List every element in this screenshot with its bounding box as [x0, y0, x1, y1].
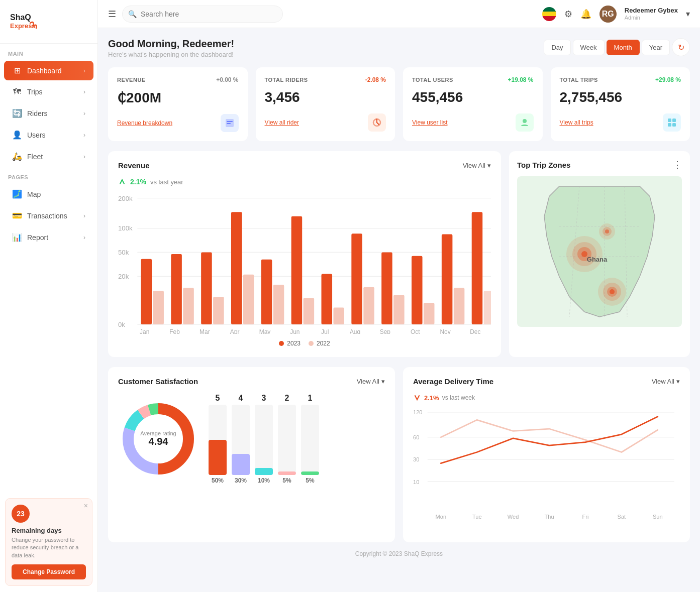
- top-trip-zones-card: Top Trip Zones ⋮: [509, 151, 690, 357]
- view-all-trips-link[interactable]: View all trips: [560, 119, 593, 126]
- delivery-vs-label: vs last week: [442, 394, 475, 401]
- revenue-view-all-button[interactable]: View All ▾: [463, 162, 491, 169]
- user-dropdown-icon[interactable]: ▾: [686, 9, 690, 19]
- user-name: Redeemer Gybex: [625, 7, 678, 15]
- chart-legend: 2023 2022: [118, 340, 491, 347]
- stat-label: REVENUE: [117, 77, 146, 83]
- sidebar-item-transactions[interactable]: 💳 Transactions ›: [4, 206, 93, 225]
- svg-text:Thu: Thu: [545, 514, 554, 520]
- hamburger-icon[interactable]: ☰: [108, 9, 116, 20]
- svg-rect-25: [201, 252, 212, 324]
- rating-bar-fill: [209, 440, 227, 475]
- avatar: RG: [599, 6, 617, 23]
- sidebar: ShaQ Express Main ⊞ Dashboard › 🗺 Trips …: [0, 0, 98, 592]
- date-filter-group: Day Week Month Year ↻: [544, 38, 690, 56]
- stat-label: TOTAL TRIPS: [560, 77, 598, 83]
- svg-rect-32: [304, 298, 315, 324]
- view-all-riders-link[interactable]: View all rider: [265, 119, 299, 126]
- svg-rect-31: [291, 216, 303, 324]
- stat-card-riders: TOTAL RIDERS -2.08 % 3,456 View all ride…: [256, 67, 395, 141]
- rating-col-4: 4 30%: [232, 394, 250, 484]
- search-input[interactable]: [122, 6, 283, 23]
- stat-change: +19.08 %: [508, 76, 533, 83]
- bell-icon[interactable]: 🔔: [580, 9, 591, 20]
- delivery-view-all-button[interactable]: View All ▾: [652, 378, 680, 385]
- change-password-button[interactable]: Change Password: [12, 564, 86, 579]
- delivery-line-chart: 120 60 30 10 Mon Tue Wed: [413, 408, 680, 530]
- riders-icon: 🔄: [12, 108, 22, 118]
- svg-text:Wed: Wed: [508, 514, 519, 520]
- svg-text:Dec: Dec: [470, 328, 480, 334]
- sidebar-item-riders[interactable]: 🔄 Riders ›: [4, 103, 93, 123]
- date-filter-day[interactable]: Day: [544, 40, 570, 55]
- svg-rect-35: [351, 233, 362, 324]
- stat-change: +29.08 %: [655, 76, 681, 83]
- date-filter-month[interactable]: Month: [607, 40, 640, 55]
- stat-value: 3,456: [265, 89, 386, 105]
- svg-text:Feb: Feb: [169, 328, 180, 334]
- svg-text:Fri: Fri: [582, 514, 588, 520]
- date-filter-week[interactable]: Week: [573, 40, 605, 55]
- svg-text:Express: Express: [10, 22, 36, 30]
- alert-close-icon[interactable]: ×: [84, 502, 88, 510]
- ghana-map-svg: Ghana: [517, 176, 682, 327]
- map-more-icon[interactable]: ⋮: [673, 159, 682, 170]
- svg-text:Jul: Jul: [321, 328, 329, 334]
- svg-rect-34: [333, 308, 344, 325]
- map-icon: 🗾: [12, 189, 22, 199]
- svg-text:Mon: Mon: [436, 514, 447, 520]
- dashboard-icon: ⊞: [12, 66, 22, 75]
- user-role: Admin: [625, 15, 678, 21]
- stat-card-trips: TOTAL TRIPS +29.08 % 2,755,456 View all …: [551, 67, 690, 141]
- revenue-chart-area: 2.1% vs last year 200k 100k 50k 20k 0k: [118, 178, 491, 347]
- svg-text:Ghana: Ghana: [587, 256, 608, 263]
- svg-rect-27: [231, 212, 242, 324]
- rating-bar-fill: [278, 471, 296, 475]
- svg-rect-24: [183, 288, 194, 324]
- date-filter-year[interactable]: Year: [642, 40, 670, 55]
- svg-text:Jan: Jan: [140, 328, 149, 334]
- sidebar-item-report[interactable]: 📊 Report ›: [4, 227, 93, 247]
- svg-rect-40: [424, 303, 435, 324]
- sidebar-item-label: Fleet: [27, 153, 43, 161]
- view-user-list-link[interactable]: View user list: [412, 119, 447, 126]
- svg-rect-44: [484, 291, 491, 324]
- sidebar-item-fleet[interactable]: 🛵 Fleet ›: [4, 147, 93, 166]
- alert-title: Remaining days: [12, 527, 86, 534]
- svg-text:Aug: Aug: [350, 328, 360, 334]
- section-pages-label: Pages: [0, 167, 97, 183]
- svg-point-6: [523, 119, 527, 123]
- svg-rect-22: [153, 291, 164, 324]
- revenue-breakdown-link[interactable]: Revenue breakdown: [117, 120, 172, 127]
- chevron-right-icon: ›: [83, 234, 85, 241]
- chevron-right-icon: ›: [83, 153, 85, 160]
- svg-text:Mar: Mar: [199, 328, 210, 334]
- svg-text:30: 30: [413, 457, 419, 463]
- sidebar-item-trips[interactable]: 🗺 Trips ›: [4, 82, 93, 101]
- trips-icon: [667, 117, 677, 128]
- legend-dot-2022: [309, 341, 314, 346]
- svg-rect-38: [393, 295, 405, 324]
- users-icon: [520, 117, 530, 128]
- sidebar-item-users[interactable]: 👤 Users ›: [4, 125, 93, 145]
- bar-chart-stats: 2.1% vs last year: [118, 178, 491, 186]
- legend-2023: 2023: [279, 340, 301, 347]
- satisfaction-card: Customer Satisfaction View All ▾: [108, 367, 395, 542]
- logo: ShaQ Express: [8, 9, 89, 34]
- svg-text:10: 10: [413, 479, 419, 485]
- trips-icon: 🗺: [12, 87, 22, 96]
- svg-text:60: 60: [413, 434, 419, 440]
- sidebar-item-map[interactable]: 🗾 Map: [4, 184, 93, 204]
- delivery-time-card: Average Delivery Time View All ▾ 2.1% vs…: [403, 367, 690, 542]
- copyright: Copyright © 2023 ShaQ Express: [108, 542, 690, 565]
- flag-icon: [542, 7, 556, 21]
- stat-label: TOTAL USERS: [412, 77, 453, 83]
- main-area: ☰ 🔍 ⚙ 🔔 RG Redeemer Gybex Admin ▾ Good M…: [98, 0, 700, 592]
- refresh-button[interactable]: ↻: [672, 38, 690, 56]
- rating-col-1: 1 5%: [301, 394, 319, 484]
- search-container: 🔍: [122, 6, 283, 23]
- satisfaction-view-all-button[interactable]: View All ▾: [357, 378, 385, 385]
- gear-icon[interactable]: ⚙: [564, 9, 572, 20]
- sidebar-item-dashboard[interactable]: ⊞ Dashboard ›: [4, 61, 93, 80]
- svg-text:0k: 0k: [118, 321, 125, 328]
